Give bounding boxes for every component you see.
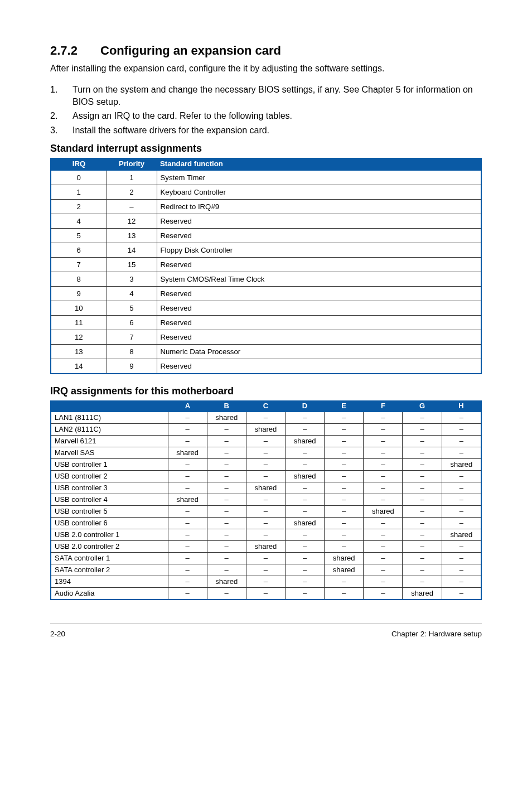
cell-irq: 12 [51, 330, 107, 345]
cell-value: – [364, 447, 403, 459]
cell-value: – [403, 482, 442, 494]
table-row: 614Floppy Disk Controller [51, 243, 481, 258]
table-row: 138Numeric Data Processor [51, 345, 481, 359]
cell-device: LAN1 (8111C) [51, 412, 168, 424]
cell-value: – [246, 553, 285, 564]
footer-divider [50, 624, 482, 624]
cell-value: – [325, 471, 364, 482]
cell-priority: 14 [107, 243, 157, 258]
cell-value: – [285, 541, 324, 553]
cell-value: – [168, 482, 207, 494]
cell-value: – [442, 541, 481, 553]
cell-value: – [246, 494, 285, 506]
cell-function: Reserved [157, 316, 481, 330]
cell-value: – [168, 459, 207, 471]
cell-value: shared [403, 588, 442, 600]
step-number: 3. [50, 124, 72, 137]
table-row: USB controller 1–––––––shared [51, 459, 481, 471]
cell-value: – [246, 576, 285, 588]
table-row: 116Reserved [51, 316, 481, 330]
cell-function: Reserved [157, 229, 481, 243]
cell-value: shared [207, 412, 246, 424]
cell-value: – [285, 412, 324, 424]
cell-value: – [403, 494, 442, 506]
cell-value: – [364, 588, 403, 600]
table2-header-col: A [168, 400, 207, 412]
cell-value: shared [246, 424, 285, 436]
table-row: Audio Azalia––––––shared– [51, 588, 481, 600]
cell-value: – [364, 424, 403, 436]
table-row: 149Reserved [51, 359, 481, 374]
table1-header-function: Standard function [157, 158, 481, 171]
cell-priority: 5 [107, 301, 157, 316]
cell-value: – [168, 471, 207, 482]
cell-irq: 8 [51, 272, 107, 287]
cell-value: shared [325, 553, 364, 564]
table1-header-irq: IRQ [51, 158, 107, 171]
table-row: LAN2 (8111C)––shared––––– [51, 424, 481, 436]
table-row: 12Keyboard Controller [51, 185, 481, 200]
cell-irq: 13 [51, 345, 107, 359]
cell-value: – [168, 518, 207, 529]
table1-heading: Standard interrupt assignments [50, 143, 482, 154]
step-text: Assign an IRQ to the card. Refer to the … [72, 110, 482, 122]
cell-value: shared [442, 459, 481, 471]
cell-value: – [403, 459, 442, 471]
cell-value: – [246, 564, 285, 576]
cell-value: – [403, 518, 442, 529]
cell-value: – [285, 482, 324, 494]
cell-value: – [364, 412, 403, 424]
cell-value: shared [364, 506, 403, 518]
cell-value: – [442, 447, 481, 459]
step-text: Install the software drivers for the exp… [72, 124, 482, 137]
cell-irq: 2 [51, 200, 107, 214]
cell-value: – [207, 459, 246, 471]
cell-value: – [403, 506, 442, 518]
cell-value: – [325, 541, 364, 553]
cell-value: – [364, 576, 403, 588]
cell-value: – [246, 588, 285, 600]
cell-value: – [364, 541, 403, 553]
cell-value: – [325, 576, 364, 588]
cell-value: – [207, 529, 246, 541]
cell-value: – [403, 529, 442, 541]
cell-value: – [403, 447, 442, 459]
cell-value: – [325, 482, 364, 494]
cell-value: shared [285, 518, 324, 529]
cell-value: – [442, 412, 481, 424]
cell-value: – [285, 588, 324, 600]
cell-irq: 14 [51, 359, 107, 374]
cell-value: – [207, 588, 246, 600]
cell-value: – [364, 564, 403, 576]
cell-value: – [364, 471, 403, 482]
cell-irq: 11 [51, 316, 107, 330]
cell-function: Keyboard Controller [157, 185, 481, 200]
table-row: 105Reserved [51, 301, 481, 316]
cell-value: – [403, 564, 442, 576]
cell-value: – [442, 506, 481, 518]
cell-value: shared [285, 471, 324, 482]
cell-function: Floppy Disk Controller [157, 243, 481, 258]
table-row: 412Reserved [51, 214, 481, 229]
cell-value: – [285, 424, 324, 436]
cell-value: – [325, 436, 364, 447]
cell-value: – [246, 529, 285, 541]
cell-value: – [442, 564, 481, 576]
cell-value: – [168, 553, 207, 564]
cell-value: – [207, 424, 246, 436]
cell-device: Marvell SAS [51, 447, 168, 459]
table2-header-blank [51, 400, 168, 412]
table-row: Marvell SASshared––––––– [51, 447, 481, 459]
cell-value: shared [168, 494, 207, 506]
cell-device: Audio Azalia [51, 588, 168, 600]
cell-value: – [285, 576, 324, 588]
cell-value: – [246, 412, 285, 424]
cell-value: – [207, 506, 246, 518]
cell-value: – [246, 471, 285, 482]
cell-irq: 9 [51, 287, 107, 301]
cell-value: – [207, 494, 246, 506]
page: 2.7.2Configuring an expansion card After… [0, 0, 532, 802]
cell-value: – [325, 412, 364, 424]
cell-priority: 9 [107, 359, 157, 374]
cell-device: USB controller 1 [51, 459, 168, 471]
